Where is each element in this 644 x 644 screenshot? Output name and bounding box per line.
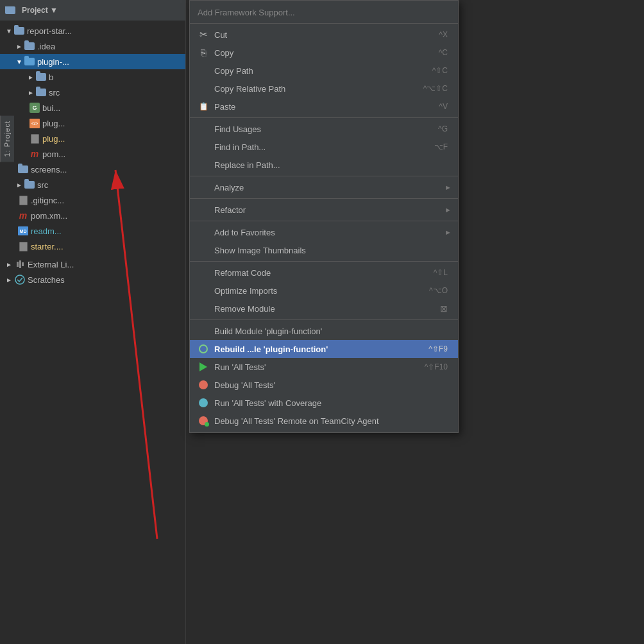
tree-label: readm... <box>31 226 62 236</box>
menu-item-label: Run 'All Tests' <box>214 362 405 372</box>
menu-item-label: Find in Path... <box>214 142 415 152</box>
tree-item-screenshots[interactable]: screens... <box>0 162 186 177</box>
menu-item-label: Run 'All Tests' with Coverage <box>214 398 448 408</box>
rebuild-icon <box>198 343 209 355</box>
tree-label: pom... <box>42 149 65 159</box>
file-icon <box>18 241 28 251</box>
menu-item-label: Copy Relative Path <box>214 84 404 94</box>
menu-item-show-thumbnails[interactable]: Show Image Thumbnails <box>190 241 458 259</box>
tree-item-src[interactable]: ► src <box>0 85 186 100</box>
tree-arrow: ► <box>27 89 35 96</box>
svg-point-0 <box>15 275 24 284</box>
panel-dropdown[interactable]: Project ▼ <box>22 6 58 15</box>
menu-item-label: Build Module 'plugin-function' <box>214 326 448 336</box>
tree-label: plug... <box>42 119 65 128</box>
menu-item-run-coverage[interactable]: Run 'All Tests' with Coverage <box>190 394 458 412</box>
folder-icon-tree <box>14 26 24 36</box>
tree-item-plugin[interactable]: ▼ plugin-... <box>0 54 186 69</box>
menu-item-label: Find Usages <box>214 124 419 134</box>
tree-arrow: ▼ <box>15 58 23 65</box>
menu-item-shortcut: ^⇧F10 <box>425 362 448 371</box>
menu-item-shortcut: ^⇧C <box>432 66 448 75</box>
menu-item-debug-all-tests[interactable]: Debug 'All Tests' <box>190 376 458 394</box>
no-icon <box>198 303 209 314</box>
no-icon <box>198 182 209 193</box>
folder-icon-tree <box>24 180 35 190</box>
tree-item-starter[interactable]: starter.... <box>0 239 186 254</box>
tree-item-gitignore[interactable]: .gitignc... <box>0 192 186 208</box>
tree-arrow: ► <box>27 73 35 81</box>
tree-label: plug... <box>42 134 65 144</box>
folder-icon-tree <box>18 164 28 174</box>
menu-item-analyze[interactable]: Analyze ► <box>190 178 458 196</box>
tree-label: src <box>37 180 48 190</box>
run-icon <box>198 361 209 373</box>
menu-item-replace-in-path[interactable]: Replace in Path... <box>190 156 458 174</box>
menu-item-shortcut: ^C <box>439 48 448 57</box>
menu-item-find-usages[interactable]: Find Usages ^G <box>190 120 458 138</box>
paste-icon: 📋 <box>198 101 209 112</box>
no-icon <box>198 159 209 171</box>
menu-item-shortcut: ^X <box>439 30 448 39</box>
menu-item-copy[interactable]: ⎘ Copy ^C <box>190 44 458 62</box>
tree-item-b[interactable]: ► b <box>0 69 186 85</box>
tree-item-report-star[interactable]: ▼ report-star... <box>0 23 186 38</box>
menu-item-shortcut: ⊠ <box>440 303 448 314</box>
menu-item-add-framework[interactable]: Add Framework Support... <box>190 3 458 21</box>
tree-item-pom-xml[interactable]: m pom.xm... <box>0 208 186 223</box>
tree-label: .idea <box>37 42 55 51</box>
file-icon <box>18 195 28 205</box>
menu-item-rebuild-module[interactable]: Rebuild ...le 'plugin-function' ^⇧F9 <box>190 340 458 358</box>
submenu-arrow: ► <box>445 228 452 236</box>
xml-icon: </> <box>30 118 40 128</box>
menu-item-label: Paste <box>214 102 419 112</box>
maven-icon: m <box>18 210 28 221</box>
tree-label: bui... <box>42 103 60 113</box>
menu-item-reformat[interactable]: Reformat Code ^⇧L <box>190 264 458 282</box>
tree-label-scratches: Scratches <box>28 275 65 285</box>
no-icon <box>198 65 209 76</box>
menu-item-label: Copy <box>214 48 419 58</box>
menu-item-find-in-path[interactable]: Find in Path... ⌥F <box>190 138 458 156</box>
menu-item-run-all-tests[interactable]: Run 'All Tests' ^⇧F10 <box>190 358 458 376</box>
tree-item-idea[interactable]: ► .idea <box>0 38 186 54</box>
menu-item-label: Copy Path <box>214 66 413 76</box>
menu-item-label: Optimize Imports <box>214 286 410 296</box>
menu-item-label: Refactor <box>214 205 448 215</box>
project-tree: ▼ report-star... ► .idea ▼ <box>0 21 186 290</box>
submenu-arrow: ► <box>445 206 452 214</box>
ext-lib-icon <box>14 259 26 269</box>
tree-arrow: ► <box>15 181 23 189</box>
file-icon <box>30 133 40 144</box>
tree-item-pom[interactable]: m pom... <box>0 146 186 162</box>
menu-item-debug-remote[interactable]: Debug 'All Tests' Remote on TeamCity Age… <box>190 412 458 430</box>
no-icon <box>198 244 209 256</box>
menu-item-shortcut: ^⌥⇧C <box>423 84 448 93</box>
menu-item-cut[interactable]: ✂ Cut ^X <box>190 26 458 44</box>
tree-item-src2[interactable]: ► src <box>0 177 186 192</box>
tree-arrow: ► <box>5 260 13 268</box>
no-icon <box>198 141 209 153</box>
menu-item-shortcut: ^V <box>439 102 448 111</box>
tree-arrow: ► <box>15 42 23 50</box>
tree-label: src <box>49 88 60 97</box>
tree-item-plugin-xml[interactable]: </> plug... <box>0 115 186 131</box>
tree-item-external-lib[interactable]: ► External Li... <box>0 257 186 272</box>
tree-item-plugin-prop[interactable]: plug... <box>0 131 186 146</box>
menu-item-remove-module[interactable]: Remove Module ⊠ <box>190 300 458 318</box>
panel-header: Project ▼ <box>0 0 186 21</box>
no-icon <box>198 83 209 94</box>
menu-item-copy-path[interactable]: Copy Path ^⇧C <box>190 62 458 80</box>
menu-item-refactor[interactable]: Refactor ► <box>190 201 458 219</box>
tree-item-scratches[interactable]: ► Scratches <box>0 272 186 287</box>
menu-item-label: Analyze <box>214 183 448 192</box>
submenu-arrow: ► <box>445 183 452 191</box>
tree-item-build[interactable]: G bui... <box>0 100 186 115</box>
menu-item-copy-rel-path[interactable]: Copy Relative Path ^⌥⇧C <box>190 80 458 97</box>
menu-separator <box>190 176 458 176</box>
menu-item-optimize-imports[interactable]: Optimize Imports ^⌥O <box>190 282 458 300</box>
menu-item-add-favorites[interactable]: Add to Favorites ► <box>190 223 458 241</box>
menu-item-build-module[interactable]: Build Module 'plugin-function' <box>190 322 458 340</box>
tree-item-readme[interactable]: MD readm... <box>0 223 186 239</box>
menu-item-paste[interactable]: 📋 Paste ^V <box>190 97 458 115</box>
